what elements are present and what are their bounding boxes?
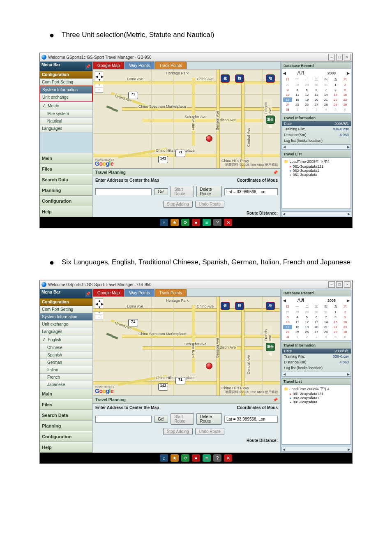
tab-waypoints[interactable]: Way Points <box>125 289 154 296</box>
sidebar-item-languages[interactable]: Languages <box>40 328 92 335</box>
pin-icon[interactable]: 📌 <box>85 290 91 297</box>
configuration-header[interactable]: Configuration <box>40 298 92 306</box>
lang-french[interactable]: French <box>40 374 92 381</box>
tree-item-3[interactable]: 081-3capsdata <box>290 400 349 404</box>
sidebar-button-main[interactable]: Main <box>40 388 92 399</box>
sidebar-button-searchdata[interactable]: Search Data <box>40 174 92 185</box>
tray-icon-2[interactable]: ★ <box>171 454 179 462</box>
sidebar-button-planning[interactable]: Planning <box>40 421 92 431</box>
lang-japanese[interactable]: Japanese <box>40 381 92 388</box>
address-input[interactable] <box>95 416 152 423</box>
sidebar-button-help[interactable]: Help <box>40 442 92 453</box>
unit-nautical[interactable]: Nautical <box>40 118 92 125</box>
tree-item-2[interactable]: 082-3capsdata1 <box>290 169 349 173</box>
start-route-button[interactable]: Start Route <box>171 186 194 197</box>
sidebar-button-planning[interactable]: Planning <box>40 185 92 196</box>
lang-english[interactable]: ✓English <box>40 335 92 344</box>
minimize-icon[interactable]: – <box>328 54 335 60</box>
go-button[interactable]: Go! <box>154 188 168 195</box>
right-hscroll[interactable]: ◀▶ <box>281 211 351 216</box>
delete-route-button[interactable]: Delete Route <box>196 186 222 197</box>
tab-trackpoints[interactable]: Track Points <box>155 289 187 296</box>
panel-pin-icon[interactable]: 📌 <box>273 170 278 175</box>
tree-item-2[interactable]: 082-3capsdata1 <box>290 396 349 400</box>
calendar[interactable]: ◀ 八月 2008 ▶ 日一二三四五六 272829303112 3456789… <box>281 296 351 341</box>
close-icon[interactable]: × <box>344 281 350 288</box>
tab-trackpoints[interactable]: Track Points <box>155 62 187 69</box>
travel-list-tree[interactable]: LoadTime-2008年 下午4 081-3capsdata121 082-… <box>282 385 351 444</box>
latlon-input[interactable] <box>224 188 278 195</box>
tray-icon-2[interactable]: ★ <box>171 219 179 226</box>
lang-german[interactable]: German <box>40 359 92 366</box>
zoom-out-icon[interactable]: － <box>95 315 103 320</box>
window-controls[interactable]: – □ × <box>328 54 350 60</box>
sidebar-button-configuration[interactable]: Configuration <box>40 431 92 442</box>
sidebar-button-configuration[interactable]: Configuration <box>40 196 92 206</box>
tree-item-3[interactable]: 081-3capsdata <box>290 173 349 177</box>
tray-icon-4[interactable]: ● <box>192 454 200 462</box>
tree-root[interactable]: LoadTime-2008年 下午4 <box>284 386 349 392</box>
window-controls[interactable]: – □ × <box>328 281 350 288</box>
sidebar-item-comport[interactable]: Com Port Setting <box>40 79 92 86</box>
calendar[interactable]: ◀ 八月 2008 ▶ 日一二三四五六 272829303112 3456789… <box>281 69 351 113</box>
hscroll[interactable]: ◀▶ <box>282 372 351 377</box>
sidebar-item-unitexchange[interactable]: Unit exchange <box>40 321 92 328</box>
sidebar-item-languages[interactable]: Languages <box>40 125 92 132</box>
tab-waypoints[interactable]: Way Points <box>125 62 154 69</box>
tray-icon-1[interactable]: ⌂ <box>160 219 168 226</box>
tray-icon-7[interactable]: ✕ <box>224 454 232 462</box>
pin-icon[interactable]: 📌 <box>85 62 91 70</box>
unit-mile[interactable]: Mile system <box>40 110 92 118</box>
stop-adding-button[interactable]: Stop Adding <box>163 428 193 435</box>
google-map[interactable]: ▲◀▶▼ ＋ － <box>93 69 280 169</box>
cal-days[interactable]: 272829303112 3456789 10111213141516 1718… <box>283 83 350 112</box>
sidebar-button-files[interactable]: Files <box>40 164 92 174</box>
latlon-input[interactable] <box>224 416 278 423</box>
lang-chinese[interactable]: Chinese <box>40 344 92 352</box>
tray-icon-5[interactable]: ≡ <box>203 454 211 462</box>
pan-right-icon[interactable]: ▶ <box>101 75 104 79</box>
tab-google-map[interactable]: Google Map <box>93 289 124 296</box>
configuration-header[interactable]: Configuration <box>40 71 92 79</box>
cal-next-icon[interactable]: ▶ <box>347 298 350 303</box>
sidebar-button-searchdata[interactable]: Search Data <box>40 410 92 421</box>
sidebar-item-sysinfo[interactable]: System Information <box>40 313 92 321</box>
pan-right-icon[interactable]: ▶ <box>101 303 104 306</box>
tray-icon-5[interactable]: ≡ <box>203 219 211 226</box>
cal-days[interactable]: 272829303112 3456789 10111213141516 1718… <box>283 310 350 339</box>
undo-route-button[interactable]: Undo Route <box>195 201 224 208</box>
start-route-button[interactable]: Start Route <box>171 413 194 425</box>
zoom-out-icon[interactable]: － <box>95 88 103 92</box>
tray-icon-3[interactable]: ⟳ <box>181 454 189 462</box>
cal-prev-icon[interactable]: ◀ <box>283 71 286 75</box>
go-button[interactable]: Go! <box>154 416 168 423</box>
cal-next-icon[interactable]: ▶ <box>347 71 350 75</box>
cal-prev-icon[interactable]: ◀ <box>283 298 286 303</box>
tray-icon-6[interactable]: ? <box>213 219 221 226</box>
lang-spanish[interactable]: Spanish <box>40 352 92 359</box>
stop-adding-button[interactable]: Stop Adding <box>163 201 193 208</box>
delete-route-button[interactable]: Delete Route <box>196 413 222 425</box>
address-input[interactable] <box>95 188 152 195</box>
sidebar-item-unitexchange[interactable]: Unit exchange <box>40 94 92 101</box>
sidebar-button-files[interactable]: Files <box>40 399 92 410</box>
sidebar-button-main[interactable]: Main <box>40 153 92 164</box>
unit-metric[interactable]: ✓Metric <box>40 102 92 110</box>
sidebar-item-sysinfo[interactable]: System Information <box>40 86 92 94</box>
close-icon[interactable]: × <box>344 54 350 60</box>
lang-italian[interactable]: Italian <box>40 366 92 374</box>
map-pin[interactable] <box>206 363 212 369</box>
tree-root[interactable]: LoadTime-2008年 下午4 <box>284 159 349 164</box>
undo-route-button[interactable]: Undo Route <box>195 428 224 435</box>
sidebar-button-help[interactable]: Help <box>40 206 92 217</box>
tab-google-map[interactable]: Google Map <box>93 62 124 69</box>
tree-item-1[interactable]: 081-3capsdata121 <box>290 164 349 169</box>
tray-icon-1[interactable]: ⌂ <box>160 454 168 462</box>
map-pin[interactable] <box>206 135 212 142</box>
pan-up-icon[interactable]: ▲ <box>98 72 101 75</box>
tree-item-1[interactable]: 081-3capsdata121 <box>290 392 349 396</box>
google-map[interactable]: ▲◀▶▼ ＋ － <box>93 296 280 396</box>
tray-icon-4[interactable]: ● <box>192 219 200 226</box>
panel-pin-icon[interactable]: 📌 <box>273 398 278 402</box>
hscroll[interactable]: ◀▶ <box>282 144 351 149</box>
